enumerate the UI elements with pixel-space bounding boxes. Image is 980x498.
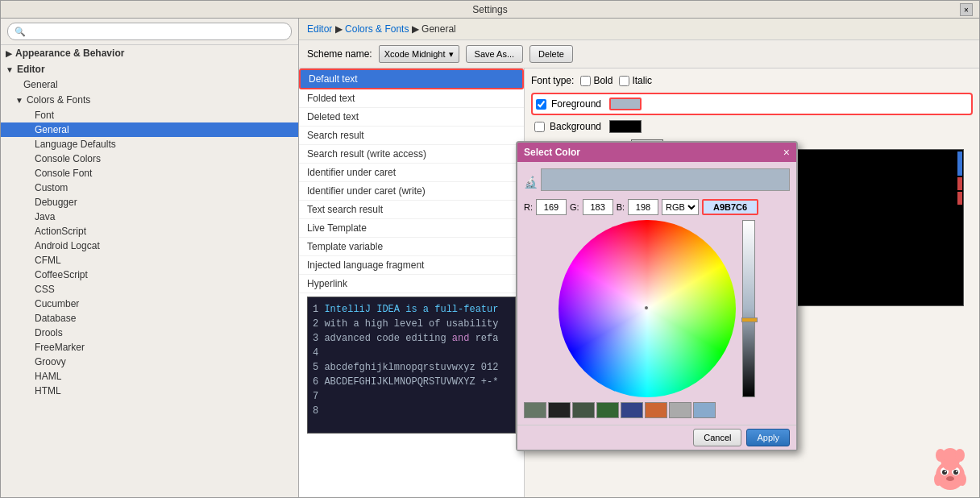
text-type-hyperlink[interactable]: Hyperlink: [299, 275, 524, 293]
text-type-live-template[interactable]: Live Template: [299, 219, 524, 238]
sidebar-item-java[interactable]: Java: [1, 210, 298, 224]
background-color-swatch[interactable]: [609, 120, 642, 133]
eyedropper-icon[interactable]: 🔬: [524, 176, 538, 189]
sidebar-item-editor[interactable]: ▼ Editor: [1, 61, 298, 77]
title-bar: Settings ×: [1, 1, 979, 19]
svg-point-8: [934, 473, 942, 486]
sidebar-item-appearance-behavior[interactable]: ▶ Appearance & Behavior: [1, 45, 298, 61]
text-type-deleted[interactable]: Deleted text: [299, 108, 524, 127]
sidebar-item-freemaker[interactable]: FreeMarker: [1, 340, 298, 355]
text-type-identifier-caret-write[interactable]: Identifier under caret (write): [299, 182, 524, 201]
italic-checkbox[interactable]: [619, 76, 629, 86]
dialog-close-button[interactable]: ×: [783, 146, 790, 159]
cancel-button[interactable]: Cancel: [693, 429, 741, 446]
sidebar-item-cucumber[interactable]: Cucumber: [1, 297, 298, 311]
sidebar-item-actionscript[interactable]: ActionScript: [1, 224, 298, 239]
sidebar-item-debugger[interactable]: Debugger: [1, 195, 298, 210]
breadcrumb-sep1: ▶: [335, 23, 345, 35]
sidebar-item-colors-fonts[interactable]: ▼ Colors & Fonts: [1, 92, 298, 108]
dialog-body: 🔬 R: G: B: RGB: [517, 162, 796, 425]
foreground-checkbox[interactable]: [536, 99, 546, 110]
hex-input[interactable]: [702, 199, 758, 215]
svg-point-11: [936, 449, 945, 462]
text-type-search-write[interactable]: Search result (write access): [299, 145, 524, 164]
main-area: ▶ Appearance & Behavior ▼ Editor General…: [1, 19, 979, 497]
preview-line-1: 1 IntelliJ IDEA is a full-featur: [313, 302, 510, 317]
scheme-dropdown[interactable]: Xcode Midnight ▾: [379, 45, 459, 63]
foreground-color-swatch[interactable]: [609, 98, 642, 110]
r-input[interactable]: [536, 199, 567, 215]
scheme-label: Scheme name:: [307, 48, 372, 60]
italic-label: Italic: [632, 75, 652, 86]
sidebar-item-html[interactable]: HTML: [1, 384, 298, 398]
dialog-footer: Cancel Apply: [517, 425, 796, 450]
scheme-bar: Scheme name: Xcode Midnight ▾ Save As...…: [299, 40, 979, 68]
swatch-4[interactable]: [596, 402, 619, 418]
scheme-name: Xcode Midnight: [384, 49, 446, 59]
text-type-template-var[interactable]: Template variable: [299, 238, 524, 256]
swatch-7[interactable]: [669, 402, 691, 418]
background-checkbox[interactable]: [534, 122, 545, 132]
breadcrumb-sep2: ▶: [412, 23, 421, 35]
bold-checkbox-label[interactable]: Bold: [580, 75, 612, 86]
sidebar-item-general-selected[interactable]: General: [1, 122, 298, 137]
text-type-injected[interactable]: Injected language fragment: [299, 256, 524, 275]
arrow-icon: ▼: [6, 65, 14, 74]
save-as-button[interactable]: Save As...: [466, 45, 524, 63]
text-type-default-text[interactable]: Default text: [299, 68, 524, 89]
swatch-1[interactable]: [524, 402, 546, 418]
sidebar-item-android-logcat[interactable]: Android Logcat: [1, 239, 298, 253]
sidebar-item-database[interactable]: Database: [1, 311, 298, 326]
sidebar-search-container: [1, 19, 298, 45]
sidebar-item-custom[interactable]: Custom: [1, 181, 298, 195]
main-window: Settings × ▶ Appearance & Behavior ▼ Edi…: [0, 0, 980, 498]
swatch-3[interactable]: [572, 402, 595, 418]
italic-checkbox-label[interactable]: Italic: [619, 75, 652, 86]
sidebar-item-general[interactable]: General: [1, 77, 298, 92]
preview-line-6: 6 ABCDEFGHIJKLMNOPQRSTUVWXYZ +-*: [313, 375, 510, 389]
sidebar-item-console-colors[interactable]: Console Colors: [1, 151, 298, 166]
chevron-down-icon: ▾: [449, 49, 454, 60]
rgb-row: R: G: B: RGB: [524, 199, 790, 215]
preview-line-5: 5 abcdefghijklmnopqrstuvwxyz 012: [313, 360, 510, 375]
search-input[interactable]: [7, 23, 292, 40]
text-type-folded[interactable]: Folded text: [299, 89, 524, 108]
text-type-identifier-caret[interactable]: Identifier under caret: [299, 164, 524, 182]
swatch-6[interactable]: [645, 402, 667, 418]
color-preview-bar: [541, 168, 790, 191]
brightness-slider[interactable]: [742, 220, 755, 397]
sidebar-item-haml[interactable]: HAML: [1, 369, 298, 384]
text-type-search-result[interactable]: Search result: [299, 127, 524, 145]
sidebar-item-css[interactable]: CSS: [1, 282, 298, 297]
breadcrumb-editor[interactable]: Editor: [307, 23, 332, 35]
color-format-select[interactable]: RGB: [662, 199, 699, 215]
arrow-icon: ▼: [15, 96, 23, 105]
sidebar-item-language-defaults[interactable]: Language Defaults: [1, 137, 298, 151]
window-close-button[interactable]: ×: [960, 3, 973, 16]
apply-button[interactable]: Apply: [746, 429, 790, 446]
sidebar-item-coffeescript[interactable]: CoffeeScript: [1, 268, 298, 282]
swatch-5[interactable]: [621, 402, 643, 418]
delete-button[interactable]: Delete: [529, 45, 573, 63]
sidebar-item-console-font[interactable]: Console Font: [1, 166, 298, 181]
swatch-2[interactable]: [548, 402, 571, 418]
g-input[interactable]: [583, 199, 613, 215]
svg-point-3: [942, 470, 947, 475]
color-wheel[interactable]: [559, 220, 736, 397]
svg-point-12: [955, 449, 965, 462]
swatches-row: [524, 402, 790, 418]
background-row: Background: [531, 118, 973, 135]
sidebar-item-drools[interactable]: Drools: [1, 326, 298, 340]
breadcrumb: Editor ▶ Colors & Fonts ▶ General: [299, 19, 979, 40]
text-type-text-search[interactable]: Text search result: [299, 201, 524, 219]
sidebar-item-font[interactable]: Font: [1, 108, 298, 122]
sidebar-item-groovy[interactable]: Groovy: [1, 355, 298, 369]
bold-checkbox[interactable]: [580, 76, 591, 86]
breadcrumb-colors-fonts[interactable]: Colors & Fonts: [345, 23, 409, 35]
mascot-icon: [930, 447, 970, 492]
breadcrumb-general: General: [421, 23, 456, 35]
b-input[interactable]: [628, 199, 658, 215]
sidebar-item-cfml[interactable]: CFML: [1, 253, 298, 268]
font-type-row: Font type: Bold Italic: [531, 75, 973, 86]
swatch-8[interactable]: [693, 402, 716, 418]
